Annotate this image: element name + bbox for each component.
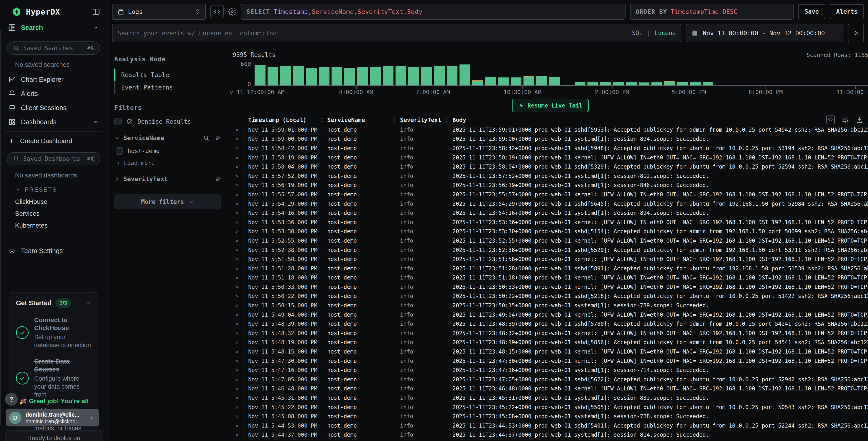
- table-row[interactable]: >Nov 11 5:48:15.000 PMhost-demoinfo2025-…: [233, 347, 868, 356]
- table-row[interactable]: >Nov 11 5:58:42.000 PMhost-demoinfo2025-…: [233, 144, 868, 153]
- search-bar[interactable]: SQL | Lucene: [112, 24, 681, 42]
- presets-header[interactable]: PRESETS: [5, 183, 102, 196]
- histogram-bar[interactable]: [421, 62, 432, 85]
- row-expander-icon[interactable]: >: [233, 432, 245, 438]
- histogram-bar[interactable]: [562, 62, 572, 85]
- row-expander-icon[interactable]: >: [233, 201, 245, 207]
- chevron-up-icon[interactable]: [93, 25, 99, 31]
- row-expander-icon[interactable]: >: [233, 404, 245, 410]
- saved-dashboards-input[interactable]: [23, 155, 84, 162]
- preset-services[interactable]: Services: [5, 208, 102, 219]
- orderby-input[interactable]: ORDER BY TimestampTime DESC: [630, 4, 794, 20]
- histogram-bar[interactable]: [639, 62, 649, 85]
- row-expander-icon[interactable]: >: [233, 164, 245, 170]
- table-row[interactable]: >Nov 11 5:49:04.000 PMhost-demoinfo2025-…: [233, 310, 868, 320]
- table-row[interactable]: >Nov 11 5:54:29.000 PMhost-demoinfo2025-…: [233, 199, 868, 209]
- alerts-button[interactable]: Alerts: [830, 4, 864, 19]
- sidebar-item-team-settings[interactable]: Team Settings: [5, 244, 102, 258]
- pin-icon[interactable]: [215, 135, 221, 141]
- chevron-up-icon[interactable]: [85, 300, 91, 306]
- row-expander-icon[interactable]: >: [233, 423, 245, 429]
- sidebar-item-dashboards[interactable]: Dashboards: [5, 115, 102, 129]
- row-expander-icon[interactable]: >: [233, 173, 245, 179]
- row-expander-icon[interactable]: >: [233, 330, 245, 336]
- code-editor-button[interactable]: [210, 5, 224, 18]
- histogram-bar[interactable]: [280, 62, 291, 85]
- histogram-bar[interactable]: [383, 62, 394, 85]
- histogram-bar[interactable]: [460, 62, 470, 85]
- table-row[interactable]: >Nov 11 5:52:38.000 PMhost-demoinfo2025-…: [233, 245, 868, 255]
- histogram-bar[interactable]: [370, 62, 380, 85]
- row-expander-icon[interactable]: >: [233, 229, 245, 234]
- get-started-step[interactable]: Create Data Sources Configure where your…: [16, 357, 91, 399]
- histogram-bar[interactable]: [396, 62, 406, 85]
- sidebar-item-search[interactable]: Search: [5, 21, 102, 35]
- row-expander-icon[interactable]: >: [233, 367, 245, 373]
- row-expander-icon[interactable]: >: [233, 349, 245, 355]
- histogram-bar[interactable]: [664, 62, 675, 85]
- row-expander-icon[interactable]: >: [233, 155, 245, 160]
- table-row[interactable]: >Nov 11 5:54:16.000 PMhost-demoinfo2025-…: [233, 208, 868, 218]
- row-expander-icon[interactable]: >: [233, 395, 245, 401]
- histogram-bar[interactable]: [306, 62, 316, 85]
- sidebar-item-alerts[interactable]: Alerts: [5, 87, 102, 101]
- pin-icon[interactable]: [215, 176, 221, 182]
- table-row[interactable]: >Nov 11 5:46:48.000 PMhost-demoinfo2025-…: [233, 384, 868, 393]
- table-row[interactable]: >Nov 11 5:59:01.000 PMhost-demoinfo2025-…: [233, 125, 868, 135]
- row-expander-icon[interactable]: >: [233, 266, 245, 271]
- mode-results-table[interactable]: Results Table: [114, 68, 221, 81]
- histogram-bar[interactable]: [549, 62, 560, 85]
- get-started-header[interactable]: Get Started 3/3: [16, 298, 91, 308]
- histogram-bar[interactable]: [485, 62, 496, 85]
- row-expander-icon[interactable]: >: [233, 182, 245, 188]
- table-row[interactable]: >Nov 11 5:45:31.000 PMhost-demoinfo2025-…: [233, 393, 868, 403]
- row-expander-icon[interactable]: >: [233, 293, 245, 299]
- histogram-bar[interactable]: [651, 62, 662, 85]
- table-row[interactable]: >Nov 11 5:48:19.000 PMhost-demoinfo2025-…: [233, 338, 868, 347]
- table-row[interactable]: >Nov 11 5:58:19.000 PMhost-demoinfo2025-…: [233, 153, 868, 163]
- table-row[interactable]: >Nov 11 5:58:04.000 PMhost-demoinfo2025-…: [233, 162, 868, 172]
- table-row[interactable]: >Nov 11 5:50:33.000 PMhost-demoinfo2025-…: [233, 283, 868, 292]
- row-expander-icon[interactable]: >: [233, 284, 245, 290]
- histogram-bar[interactable]: [332, 62, 342, 85]
- histogram-bar[interactable]: [498, 62, 508, 85]
- query-settings-gear-icon[interactable]: [228, 7, 236, 16]
- saved-searches-input[interactable]: [23, 45, 84, 52]
- histogram-bar[interactable]: [575, 62, 585, 85]
- filter-group-severitytext[interactable]: SeverityText: [114, 175, 221, 182]
- table-row[interactable]: >Nov 11 5:57:52.000 PMhost-demoinfo2025-…: [233, 172, 868, 181]
- get-started-step[interactable]: Connect to ClickHouse Set up your databa…: [16, 316, 91, 349]
- table-row[interactable]: >Nov 11 5:44:53.000 PMhost-demoinfo2025-…: [233, 421, 868, 431]
- histogram-bar[interactable]: [319, 62, 330, 85]
- table-row[interactable]: >Nov 11 5:59:00.000 PMhost-demoinfo2025-…: [233, 135, 868, 144]
- filter-group-servicename[interactable]: ServiceName: [114, 135, 221, 142]
- histogram-bar[interactable]: [703, 62, 713, 85]
- table-row[interactable]: >Nov 11 5:45:08.000 PMhost-demoinfo2025-…: [233, 412, 868, 421]
- sidebar-collapse-icon[interactable]: [92, 8, 100, 16]
- histogram-bar[interactable]: [268, 62, 278, 85]
- column-config-icon[interactable]: [826, 116, 835, 124]
- row-expander-icon[interactable]: >: [233, 238, 245, 244]
- row-expander-icon[interactable]: >: [233, 377, 245, 382]
- row-expander-icon[interactable]: >: [233, 192, 245, 198]
- denoise-checkbox[interactable]: [114, 118, 122, 125]
- saved-dashboards-search[interactable]: ⌘K: [7, 152, 100, 165]
- table-row[interactable]: >Nov 11 5:51:58.000 PMhost-demoinfo2025-…: [233, 255, 868, 264]
- chevron-up-icon[interactable]: [93, 119, 99, 125]
- run-query-button[interactable]: [848, 24, 864, 42]
- row-expander-icon[interactable]: >: [233, 358, 245, 364]
- column-header-servicename[interactable]: ServiceName: [321, 117, 394, 123]
- histogram-bar[interactable]: [434, 62, 444, 85]
- table-row[interactable]: >Nov 11 5:50:22.000 PMhost-demoinfo2025-…: [233, 292, 868, 301]
- preset-kubernetes[interactable]: Kubernetes: [5, 219, 102, 231]
- histogram-bar[interactable]: [626, 62, 637, 85]
- resume-live-tail-button[interactable]: Resume Live Tail: [512, 99, 589, 112]
- histogram-bar[interactable]: [536, 62, 547, 85]
- search-input[interactable]: [118, 30, 628, 37]
- time-range-picker[interactable]: Nov 11 00:00:00 - Nov 12 00:00:00: [686, 24, 843, 42]
- sidebar-item-client-sessions[interactable]: Client Sessions: [5, 101, 102, 115]
- row-expander-icon[interactable]: >: [233, 312, 245, 318]
- denoise-results-option[interactable]: Denoise Results: [114, 118, 221, 125]
- histogram-bar[interactable]: [255, 62, 265, 85]
- histogram-bar[interactable]: [690, 62, 701, 85]
